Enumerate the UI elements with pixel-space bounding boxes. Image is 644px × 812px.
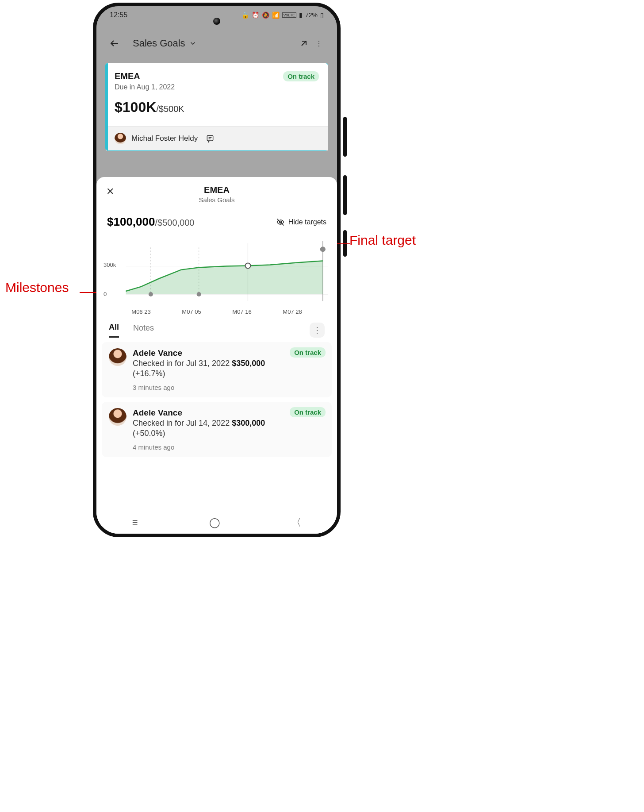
chart-svg xyxy=(101,234,333,319)
note-icon xyxy=(206,134,215,143)
status-badge: On track xyxy=(290,347,326,358)
goal-owner-row[interactable]: Michal Foster Heldy xyxy=(106,126,328,150)
status-time: 12:55 xyxy=(110,11,127,19)
avatar xyxy=(115,133,126,144)
checkin-delta: (+16.7%) xyxy=(133,369,325,378)
nav-back-icon[interactable]: 〈 xyxy=(291,516,301,529)
wifi-icon: 📶 xyxy=(272,12,280,19)
android-navbar: ≡ ◯ 〈 xyxy=(96,512,337,534)
status-right: 🔒 ⏰ 🔕 📶 VoLTE ▮ 72% ▯ xyxy=(242,12,324,19)
more-vertical-icon[interactable]: ⋮ xyxy=(311,36,326,51)
signal-icon: ▮ xyxy=(299,12,303,19)
phone-volume-up xyxy=(343,175,347,215)
sheet-title: EMEA xyxy=(105,185,328,195)
checkin-item[interactable]: On track Adele Vance Checked in for Jul … xyxy=(102,342,332,397)
chevron-down-icon xyxy=(189,39,197,47)
expand-icon[interactable] xyxy=(296,36,311,51)
checkin-delta: (+50.0%) xyxy=(133,429,325,438)
back-icon[interactable] xyxy=(107,36,122,51)
battery-text: 72% xyxy=(305,12,318,19)
sheet-amount: $100,000/$500,000 xyxy=(107,215,194,229)
alarm-icon: ⏰ xyxy=(252,12,259,19)
checkin-amount: $350,000 xyxy=(232,359,265,368)
progress-chart[interactable]: 300k 0 xyxy=(101,234,333,318)
goal-value: $100K xyxy=(115,99,156,115)
status-badge: On track xyxy=(290,407,326,417)
lock-icon: 🔒 xyxy=(242,12,249,19)
milestone-marker xyxy=(149,292,153,296)
nav-recents-icon[interactable]: ≡ xyxy=(132,517,138,528)
close-icon[interactable]: ✕ xyxy=(106,186,114,197)
sheet-target: /$500,000 xyxy=(155,218,194,227)
checkin-time: 4 minutes ago xyxy=(133,443,325,451)
goal-amount: $100K/$500K xyxy=(115,99,319,115)
x-tick: M07 16 xyxy=(232,308,251,318)
checkin-time: 3 minutes ago xyxy=(133,384,325,391)
x-tick: M07 05 xyxy=(182,308,201,318)
checkin-list[interactable]: On track Adele Vance Checked in for Jul … xyxy=(96,338,337,534)
hide-targets-toggle[interactable]: Hide targets xyxy=(276,218,326,227)
app-header: Sales Goals ⋮ xyxy=(96,31,337,56)
checkin-prefix: Checked in for Jul 14, 2022 xyxy=(133,419,232,427)
checkin-amount: $300,000 xyxy=(232,419,265,427)
eye-off-icon xyxy=(276,218,285,227)
phone-frame: 12:55 🔒 ⏰ 🔕 📶 VoLTE ▮ 72% ▯ Sales Goals … xyxy=(93,3,341,537)
checkin-line: Checked in for Jul 31, 2022 $350,000 xyxy=(133,359,325,368)
goal-owner-name: Michal Foster Heldy xyxy=(131,134,198,143)
volte-icon: VoLTE xyxy=(282,12,296,18)
battery-icon: ▯ xyxy=(320,12,324,19)
goal-due: Due in Aug 1, 2022 xyxy=(115,83,175,91)
milestone-marker xyxy=(197,292,201,296)
phone-power-button xyxy=(343,117,347,157)
tab-notes[interactable]: Notes xyxy=(133,323,154,337)
checkin-item[interactable]: On track Adele Vance Checked in for Jul … xyxy=(102,402,332,457)
final-target-marker xyxy=(320,246,326,252)
goal-detail-sheet: ✕ EMEA Sales Goals $100,000/$500,000 Hid… xyxy=(96,177,337,534)
tab-more-icon[interactable]: ⋮ xyxy=(310,323,325,338)
goal-card[interactable]: EMEA Due in Aug 1, 2022 On track $100K/$… xyxy=(105,63,328,151)
checkin-prefix: Checked in for Jul 31, 2022 xyxy=(133,359,232,368)
phone-camera-dot xyxy=(213,18,220,25)
avatar xyxy=(109,348,126,366)
avatar xyxy=(109,408,126,426)
sheet-subtitle: Sales Goals xyxy=(105,196,328,204)
mute-icon: 🔕 xyxy=(262,12,269,19)
annotation-milestones-label: Milestones xyxy=(5,280,69,295)
current-marker xyxy=(245,263,250,268)
nav-home-icon[interactable]: ◯ xyxy=(209,517,220,528)
x-tick: M06 23 xyxy=(131,308,150,318)
goal-target: /$500K xyxy=(156,104,184,114)
checkin-line: Checked in for Jul 14, 2022 $300,000 xyxy=(133,419,325,428)
x-tick: M07 28 xyxy=(283,308,302,318)
page-title[interactable]: Sales Goals xyxy=(133,38,197,49)
status-badge: On track xyxy=(283,71,319,81)
hide-targets-label: Hide targets xyxy=(288,218,326,226)
sheet-tabs: All Notes ⋮ xyxy=(96,318,337,338)
goal-name: EMEA xyxy=(115,71,175,81)
page-title-text: Sales Goals xyxy=(133,38,185,49)
sheet-value: $100,000 xyxy=(107,215,155,228)
annotation-final-target-label: Final target xyxy=(349,233,416,248)
tab-all[interactable]: All xyxy=(109,323,119,338)
svg-rect-0 xyxy=(207,135,213,141)
x-axis-ticks: M06 23 M07 05 M07 16 M07 28 xyxy=(101,308,333,318)
